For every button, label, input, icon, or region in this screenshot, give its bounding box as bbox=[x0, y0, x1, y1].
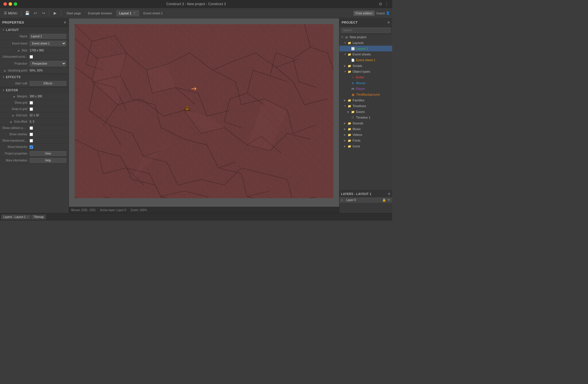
save-button[interactable]: 💾 bbox=[24, 10, 31, 17]
tree-label-new-project: New project bbox=[350, 35, 366, 39]
prop-more-info: More information Help bbox=[0, 157, 69, 164]
tab-start-page[interactable]: Start page bbox=[63, 10, 84, 16]
bottom-tab-tilemap-label: Tilemap bbox=[34, 215, 44, 219]
layer-0-number: 0 bbox=[341, 199, 345, 202]
tree-item-layout-1[interactable]: ⬜ Layout 1 bbox=[339, 46, 392, 51]
bottom-tab-layers-close[interactable]: × bbox=[27, 215, 28, 219]
prop-snap-to-grid-label: Snap to grid bbox=[2, 107, 30, 111]
tree-item-sounds[interactable]: ▶ 📁 Sounds bbox=[339, 120, 392, 126]
bottom-tab-layers-label: Layers - Layout 1 bbox=[3, 215, 26, 219]
minimize-button[interactable] bbox=[9, 2, 12, 6]
menu-button[interactable]: ☰ MENU bbox=[2, 10, 19, 16]
prop-vanishing-point: ▶ Vanishing point 50%, 50% bbox=[0, 67, 69, 74]
more-icon[interactable]: ⋮ bbox=[385, 2, 389, 6]
tree-label-families: Families bbox=[353, 99, 364, 102]
prop-margins: ▶ Margins 300 x 300 bbox=[0, 93, 69, 100]
effects-section-header[interactable]: ▼ EFFECTS bbox=[0, 74, 69, 80]
tree-item-icons[interactable]: ▶ 📁 Icons bbox=[339, 143, 392, 149]
tree-item-fonts[interactable]: ▶ 📁 Fonts bbox=[339, 138, 392, 143]
prop-show-hierarchy-checkbox[interactable] bbox=[30, 145, 33, 149]
folder-icon-object-types: 📁 bbox=[347, 70, 351, 74]
prop-show-collision-checkbox[interactable] bbox=[30, 126, 33, 130]
layer-visible-icon[interactable]: 👁 bbox=[387, 198, 390, 202]
tree-item-object-types[interactable]: ▼ 📁 Object types bbox=[339, 69, 392, 74]
prop-grid-offset-value: 0, 0 bbox=[30, 120, 66, 123]
prop-project-properties-label: Project properties bbox=[2, 152, 30, 155]
redo-button[interactable]: ↪ bbox=[40, 10, 47, 17]
prop-snap-to-grid-checkbox[interactable] bbox=[30, 107, 33, 111]
tree-item-scripts[interactable]: ▶ 📁 Scripts bbox=[339, 63, 392, 69]
tree-item-videos[interactable]: ▶ 📁 Videos bbox=[339, 132, 392, 138]
tree-item-layouts[interactable]: ▼ 📁 Layouts bbox=[339, 40, 392, 46]
prop-show-translucent-label: Show translucent i... bbox=[2, 139, 30, 142]
tree-label-music: Music bbox=[353, 127, 361, 131]
layout-section-header[interactable]: ▼ LAYOUT bbox=[0, 27, 69, 33]
prop-show-grid-checkbox[interactable] bbox=[30, 101, 33, 105]
free-edition-button[interactable]: Free edition bbox=[353, 11, 375, 16]
tree-label-timelines: Timelines bbox=[353, 104, 366, 108]
tree-item-timelines[interactable]: ▼ 📁 Timelines bbox=[339, 103, 392, 109]
prop-project-properties-button[interactable]: View bbox=[30, 151, 66, 156]
tiled-background bbox=[75, 24, 333, 198]
canvas-content[interactable] bbox=[69, 18, 339, 207]
project-panel-header: PROJECT × bbox=[339, 18, 392, 27]
player-sprite bbox=[183, 104, 191, 112]
tree-item-timeline-1[interactable]: ⏱ Timeline 1 bbox=[339, 115, 392, 120]
guest-button[interactable]: Guest 👤 bbox=[376, 11, 390, 15]
layers-close-button[interactable]: × bbox=[388, 192, 390, 196]
properties-close-button[interactable]: × bbox=[64, 20, 66, 25]
play-button[interactable]: ▶ bbox=[52, 10, 59, 17]
prop-unbounded-scroll-checkbox[interactable] bbox=[30, 55, 33, 59]
tree-item-bullet[interactable]: • Bullet bbox=[339, 74, 392, 80]
project-search-input[interactable] bbox=[341, 28, 390, 33]
layout-canvas[interactable] bbox=[75, 24, 333, 198]
settings-icon[interactable]: ⚙ bbox=[379, 2, 382, 6]
prop-vanishing-point-label: ▶ Vanishing point bbox=[2, 69, 30, 72]
prop-show-meshes-checkbox[interactable] bbox=[30, 133, 33, 136]
prop-project-properties: Project properties View bbox=[0, 150, 69, 157]
layout-section-label: LAYOUT bbox=[6, 28, 19, 32]
tree-label-scripts: Scripts bbox=[353, 64, 362, 67]
effects-section-arrow: ▼ bbox=[2, 76, 5, 78]
close-button[interactable] bbox=[3, 2, 7, 6]
tree-item-families[interactable]: ▶ 📁 Families bbox=[339, 97, 392, 103]
layer-lock-icon[interactable]: 🔒 bbox=[382, 198, 386, 202]
prop-show-translucent-checkbox[interactable] bbox=[30, 139, 33, 142]
tree-item-player[interactable]: 🎮 Player bbox=[339, 86, 392, 92]
tab-example-browser[interactable]: Example browser bbox=[85, 10, 115, 16]
editor-section-header[interactable]: ▼ EDITOR bbox=[0, 87, 69, 93]
prop-name-input[interactable] bbox=[30, 34, 66, 39]
bottom-tab-tilemap[interactable]: Tilemap bbox=[31, 215, 46, 219]
toolbar-right: Free edition Guest 👤 bbox=[353, 11, 390, 16]
svg-point-7 bbox=[186, 107, 187, 108]
prop-effects-button[interactable]: Effects bbox=[30, 81, 66, 86]
tree-label-icons: Icons bbox=[353, 144, 360, 148]
tree-item-event-sheets[interactable]: ▼ 📁 Event sheets bbox=[339, 51, 392, 57]
layout-icon: ⬜ bbox=[351, 47, 355, 51]
prop-projection-select[interactable]: Perspective bbox=[30, 61, 66, 66]
tree-item-new-project[interactable]: ▼ 🗂 New project bbox=[339, 34, 392, 40]
tab-example-browser-label: Example browser bbox=[88, 11, 112, 15]
prop-grid-size-label: ▶ Grid size bbox=[2, 114, 30, 117]
tree-item-mouse[interactable]: 🖱 Mouse bbox=[339, 80, 392, 86]
project-close-button[interactable]: × bbox=[387, 20, 390, 25]
folder-icon-icons: 📁 bbox=[347, 144, 351, 148]
tab-layout-1[interactable]: Layout 1 × bbox=[116, 10, 139, 16]
prop-margins-value: 300 x 300 bbox=[30, 95, 66, 98]
tree-item-eases[interactable]: ▶ 📁 Eases bbox=[339, 109, 392, 115]
tree-label-sounds: Sounds bbox=[353, 121, 363, 125]
tree-item-music[interactable]: ▶ 📁 Music bbox=[339, 126, 392, 132]
prop-more-info-button[interactable]: Help bbox=[30, 158, 66, 163]
editor-section-arrow: ▼ bbox=[2, 89, 5, 92]
tab-layout-1-close[interactable]: × bbox=[132, 11, 136, 15]
tree-arrow-event-sheets: ▼ bbox=[344, 53, 347, 56]
tree-item-event-sheet-1[interactable]: 📄 Event sheet 1 bbox=[339, 57, 392, 63]
bottom-tab-layers[interactable]: Layers - Layout 1 × bbox=[1, 215, 31, 219]
undo-button[interactable]: ↩ bbox=[32, 10, 39, 17]
tab-event-sheet-1[interactable]: Event sheet 1 bbox=[140, 10, 165, 16]
layout-section-arrow: ▼ bbox=[2, 29, 5, 31]
prop-event-sheet-select[interactable]: Event sheet 1 bbox=[30, 41, 66, 46]
layer-0-row[interactable]: 0 Layer 0 🔒 👁 bbox=[339, 197, 392, 203]
tree-item-tiled-background[interactable]: ▦ TiledBackground bbox=[339, 92, 392, 97]
maximize-button[interactable] bbox=[14, 2, 17, 6]
